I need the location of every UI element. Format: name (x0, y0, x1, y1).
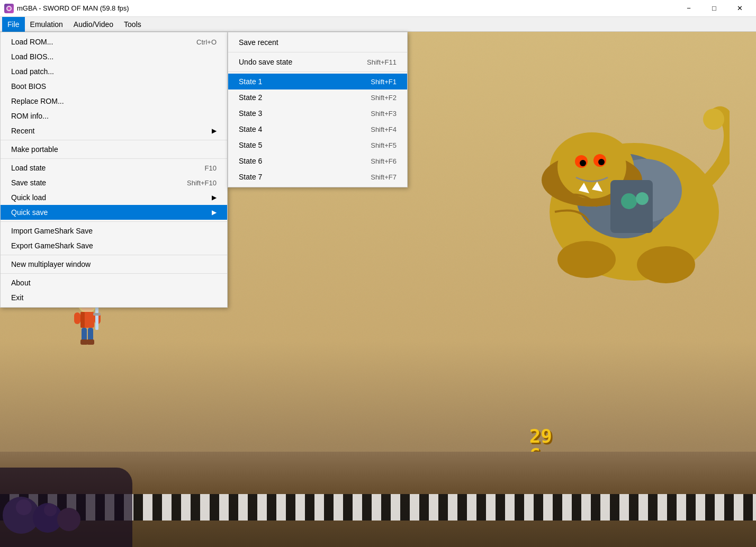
svg-point-17 (637, 246, 695, 283)
menu-emulation[interactable]: Emulation (25, 17, 68, 32)
svg-rect-30 (93, 313, 101, 316)
submenu-state-1[interactable]: State 1 Shift+F1 (228, 74, 407, 89)
menu-about[interactable]: About (1, 275, 227, 290)
menu-import-gameshark[interactable]: Import GameShark Save (1, 223, 227, 238)
menu-quick-load[interactable]: Quick load ▶ (1, 190, 227, 205)
svg-point-20 (636, 192, 649, 205)
svg-point-11 (580, 160, 586, 166)
app-icon (4, 4, 14, 13)
menu-file[interactable]: File (2, 17, 25, 32)
submenu-save-recent[interactable]: Save recent (228, 34, 407, 50)
separator-2 (1, 158, 227, 159)
submenu-state-6[interactable]: State 6 Shift+F6 (228, 153, 407, 169)
dark-area-bottom-left (0, 468, 132, 547)
menu-export-gameshark[interactable]: Export GameShark Save (1, 238, 227, 253)
file-dropdown-menu: Load ROM... Ctrl+O Load BIOS... Load pat… (0, 32, 228, 308)
quick-save-arrow: ▶ (212, 209, 217, 216)
menu-new-multiplayer[interactable]: New multiplayer window (1, 257, 227, 272)
menu-bar: File Emulation Audio/Video Tools (0, 17, 756, 32)
separator-3 (1, 221, 227, 222)
boss-creature (507, 74, 730, 297)
submenu-state-2[interactable]: State 2 Shift+F2 (228, 89, 407, 105)
svg-rect-26 (80, 312, 85, 328)
svg-rect-34 (87, 339, 94, 345)
quick-save-submenu: Save recent Undo save state Shift+F11 St… (228, 32, 408, 187)
separator-1 (1, 140, 227, 140)
menu-quick-save[interactable]: Quick save ▶ (1, 205, 227, 220)
title-bar: mGBA - SWORD OF MAN (59.8 fps) − □ ✕ (0, 0, 756, 17)
svg-point-12 (598, 159, 605, 165)
separator-4 (1, 255, 227, 255)
svg-point-19 (621, 193, 637, 209)
quick-load-arrow: ▶ (212, 194, 217, 201)
menu-load-state[interactable]: Load state F10 (1, 160, 227, 175)
menu-make-portable[interactable]: Make portable (1, 142, 227, 157)
menu-exit[interactable]: Exit (1, 290, 227, 305)
svg-point-16 (557, 241, 616, 278)
separator-5 (1, 273, 227, 274)
menu-load-patch[interactable]: Load patch... (1, 64, 227, 79)
window-controls: − □ ✕ (677, 1, 752, 16)
menu-recent[interactable]: Recent ▶ (1, 123, 227, 138)
svg-rect-33 (80, 339, 88, 345)
submenu-state-5[interactable]: State 5 Shift+F5 (228, 137, 407, 153)
menu-load-bios[interactable]: Load BIOS... (1, 49, 227, 64)
submenu-sep-2 (228, 71, 407, 72)
svg-point-15 (703, 109, 724, 130)
submenu-undo-save[interactable]: Undo save state Shift+F11 (228, 54, 407, 70)
submenu-state-4[interactable]: State 4 Shift+F4 (228, 121, 407, 137)
maximize-button[interactable]: □ (702, 1, 726, 16)
menu-rom-info[interactable]: ROM info... (1, 109, 227, 123)
submenu-sep-1 (228, 52, 407, 52)
menu-save-state[interactable]: Save state Shift+F10 (1, 175, 227, 190)
menu-replace-rom[interactable]: Replace ROM... (1, 94, 227, 109)
close-button[interactable]: ✕ (727, 1, 752, 16)
svg-rect-27 (74, 312, 80, 324)
menu-tools[interactable]: Tools (119, 17, 147, 32)
recent-arrow: ▶ (212, 127, 217, 134)
window-title: mGBA - SWORD OF MAN (59.8 fps) (17, 4, 677, 12)
menu-audio-video[interactable]: Audio/Video (68, 17, 119, 32)
minimize-button[interactable]: − (677, 1, 701, 16)
menu-boot-bios[interactable]: Boot BIOS (1, 79, 227, 94)
submenu-state-3[interactable]: State 3 Shift+F3 (228, 105, 407, 121)
menu-load-rom[interactable]: Load ROM... Ctrl+O (1, 34, 227, 49)
submenu-state-7[interactable]: State 7 Shift+F7 (228, 169, 407, 185)
svg-point-1 (7, 7, 11, 10)
